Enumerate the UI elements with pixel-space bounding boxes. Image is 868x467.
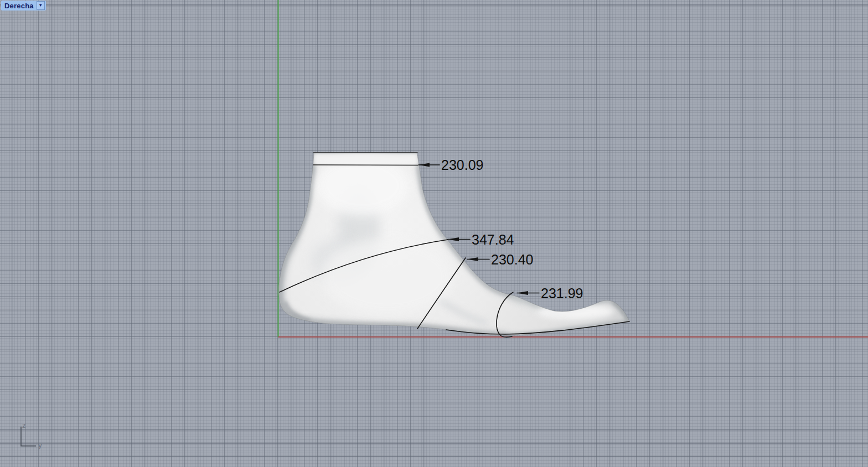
dimension-label-instep-girth[interactable]: 347.84 [472,232,514,247]
axis-gizmo-lines [21,427,36,446]
viewport-menu-button[interactable]: ▼ [37,1,45,10]
arrow-left-icon [418,163,430,167]
cad-viewport-right[interactable]: Derecha ▼ [0,0,868,467]
axis-gizmo-z-label: z [22,421,26,429]
viewport-title[interactable]: Derecha [4,2,37,10]
arrow-left-icon [517,291,528,295]
axis-gizmo-y-label: y [38,441,42,449]
dimension-label-cuff-top[interactable]: 230.09 [441,157,483,173]
dimension-label-ball-girth[interactable]: 231.99 [541,286,583,301]
foot-last-model[interactable] [279,153,629,335]
scene-canvas: 230.09 347.84 230.40 231.99 [0,0,868,467]
dimension-label-waist-girth[interactable]: 230.40 [491,252,533,267]
viewport-tab[interactable]: Derecha ▼ [1,1,46,11]
cuff-section-curve[interactable] [313,165,418,165]
axis-gizmo: z y [14,419,53,452]
chevron-down-icon: ▼ [38,3,43,8]
arrow-left-icon [448,237,459,241]
arrow-left-icon [467,257,478,261]
